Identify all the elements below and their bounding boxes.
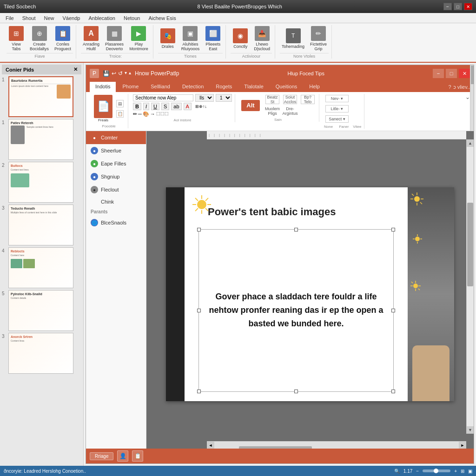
view-tabs-button[interactable]: ⊞ ViewTabs [7, 25, 26, 52]
conles-button[interactable]: 📋 ConlesProguect [53, 25, 73, 52]
menu-file[interactable]: File [2, 14, 18, 22]
tab-tlalotale[interactable]: Tlalotale [238, 82, 269, 92]
alt-button[interactable]: Alt [240, 99, 261, 112]
slide-thumb-5[interactable]: 4 Reblocts Content here [2, 247, 81, 288]
maximize-button[interactable]: □ [454, 3, 462, 10]
nev-button[interactable]: Nev- ▾ [324, 94, 350, 103]
clipboard-icon-button[interactable]: 📋 [132, 450, 143, 462]
slide-img-4[interactable]: Teducto Renath Multiple lines of content… [8, 205, 73, 245]
up-quick-icon[interactable]: ▴ [129, 70, 131, 77]
lhewo-button[interactable]: 📥 LhewoD|scloud [252, 25, 272, 52]
menu-aichew[interactable]: Aichew Esis [145, 14, 179, 22]
inner-minimize-button[interactable]: − [433, 69, 444, 78]
inner-close-button[interactable]: ✕ [459, 69, 470, 78]
muolem-button[interactable]: MuolemPligs [264, 106, 281, 117]
font-size-select[interactable]: 10 [216, 94, 232, 102]
color-fill-icon[interactable]: 🎨 [143, 111, 149, 117]
menu-shout[interactable]: Shout [19, 14, 40, 22]
tab-indotis[interactable]: Indotis [90, 82, 116, 92]
slide-img-7[interactable]: Anorcb Srtren Content lines [8, 333, 73, 374]
slide-img-3[interactable]: Bultocs Content text lines [8, 162, 73, 203]
nav-eape-filles[interactable]: ● Eape Filles [86, 157, 146, 170]
create-button[interactable]: ⊕ CreateBocidaltys [28, 25, 51, 52]
fictettive-button[interactable]: ✏ FictettiveGrip [308, 25, 329, 52]
tab-detection[interactable]: Detection [177, 82, 209, 92]
handle-bm[interactable] [294, 390, 298, 393]
menu-new[interactable]: New [40, 14, 58, 22]
dropdown-quick-icon[interactable]: ▾ [125, 70, 127, 77]
nav-shgniup[interactable]: ● Shgniup [86, 170, 146, 183]
status-search-icon[interactable]: 🔍 [394, 469, 400, 474]
handle-br[interactable] [391, 390, 395, 393]
litle-button[interactable]: Litle- ▾ [324, 104, 350, 113]
beatz-button[interactable]: BeatzSt [264, 94, 281, 105]
handle-bl[interactable] [197, 390, 201, 393]
slide-img-2[interactable]: Patlev Retereh Sample content lines here [8, 119, 73, 160]
scroll-left-button[interactable]: ◄ [207, 442, 214, 449]
close-button[interactable]: ✕ [464, 3, 472, 10]
freals-button[interactable]: 📄 Freals [93, 94, 114, 123]
dre-button[interactable]: Dre-Argintus [282, 106, 298, 117]
scroll-down-button[interactable]: ▼ [467, 426, 474, 434]
tab-queitions[interactable]: Queitions [270, 82, 303, 92]
nav-comter[interactable]: ● Comter [86, 131, 146, 144]
handle-ml[interactable] [197, 309, 201, 312]
aluhities-button[interactable]: ▣ AluhitiesRluiyooos [179, 25, 202, 52]
freals-small-btn-2[interactable]: 📋 [115, 109, 125, 119]
drales-button[interactable]: 🎭 Drales [158, 27, 178, 50]
plasarees-button[interactable]: ▦ PlasareesDeoverto [103, 25, 126, 52]
handle-mr[interactable] [391, 309, 395, 312]
handle-tr[interactable] [391, 228, 395, 231]
slide-thumb-6[interactable]: 5 Pylnstoc Kilb-Snalld Content details [2, 290, 81, 331]
tab-help[interactable]: Help [304, 82, 325, 92]
nav-chink[interactable]: Chink [86, 196, 146, 207]
zoom-in-icon[interactable]: + [454, 469, 457, 474]
minimize-button[interactable]: − [443, 3, 452, 10]
arrow-icon[interactable]: → [150, 111, 155, 117]
handle-tl[interactable] [197, 228, 201, 231]
slide-img-5[interactable]: Reblocts Content here [8, 247, 73, 288]
slide-thumb-7[interactable]: 3 Anorcb Srtren Content lines [2, 333, 81, 374]
rriage-button[interactable]: Rriage [90, 452, 113, 460]
h-scrollbar-thumb[interactable] [239, 446, 312, 449]
nav-fleclout[interactable]: ● Fleclout [86, 183, 146, 196]
bp-button[interactable]: Bp?Telo [299, 94, 316, 105]
user-icon-button[interactable]: 👤 [117, 450, 128, 462]
ab-button[interactable]: ab [171, 103, 181, 110]
save-quick-icon[interactable]: 💾 [103, 70, 110, 77]
handle-tm[interactable] [294, 228, 298, 231]
scroll-right-button[interactable]: ► [459, 442, 466, 449]
color-button[interactable]: A [184, 103, 192, 110]
zoom-slider-thumb[interactable] [434, 469, 438, 473]
font-name-input[interactable] [133, 94, 193, 101]
freals-small-btn-1[interactable]: ▤ [115, 99, 125, 108]
menu-vaendp[interactable]: Váendp [59, 14, 84, 22]
line-icon[interactable]: ─ [138, 111, 142, 117]
pencil-icon[interactable]: ✏ [133, 111, 137, 117]
slide-thumb-3[interactable]: 2 Bultocs Content text lines [2, 162, 81, 203]
anrading-button[interactable]: A AnradingHiultl [81, 25, 101, 52]
strike-button[interactable]: S [161, 103, 169, 110]
menu-netoun[interactable]: Netoun [120, 14, 144, 22]
zoom-out-icon[interactable]: − [416, 469, 419, 474]
play-button[interactable]: ▶ PlayMontmore [127, 25, 150, 52]
slide-thumb-1[interactable]: 1 Baurtobnx Rumertia Lorem ipsum dolor t… [2, 76, 81, 117]
slide-thumb-2[interactable]: 1 Patlev Retereh Sample content lines he… [2, 119, 81, 160]
plieeets-button[interactable]: ⬜ PlieeetsEast [203, 25, 223, 52]
slide-text-box[interactable]: Gover phace a sladdach tere fouldr a lif… [198, 229, 394, 392]
scrollbar-thumb[interactable] [467, 203, 473, 286]
redo-quick-icon[interactable]: ↺ [118, 70, 123, 77]
tohemading-button[interactable]: T Tohemading [280, 27, 306, 50]
slide-img-6[interactable]: Pylnstoc Kilb-Snalld Content details [8, 290, 73, 331]
underline-button[interactable]: U [151, 103, 159, 110]
slide-panel-close[interactable]: ✕ [73, 66, 78, 73]
soiut-button[interactable]: SoiutAcclos [282, 94, 298, 105]
bold-button[interactable]: B [133, 103, 141, 110]
slide-thumb-4[interactable]: 3 Teducto Renath Multiple lines of conte… [2, 205, 81, 245]
undo-quick-icon[interactable]: ↩ [112, 70, 116, 77]
slide-img-1[interactable]: Baurtobnx Rumertia Lorem ipsum dolor tex… [8, 76, 73, 117]
tab-sellliand[interactable]: Sellliand [145, 82, 176, 92]
tab-rogets[interactable]: Rogets [210, 82, 238, 92]
inner-maximize-button[interactable]: □ [446, 69, 457, 78]
status-icon-1[interactable]: ⊞ [461, 469, 464, 474]
